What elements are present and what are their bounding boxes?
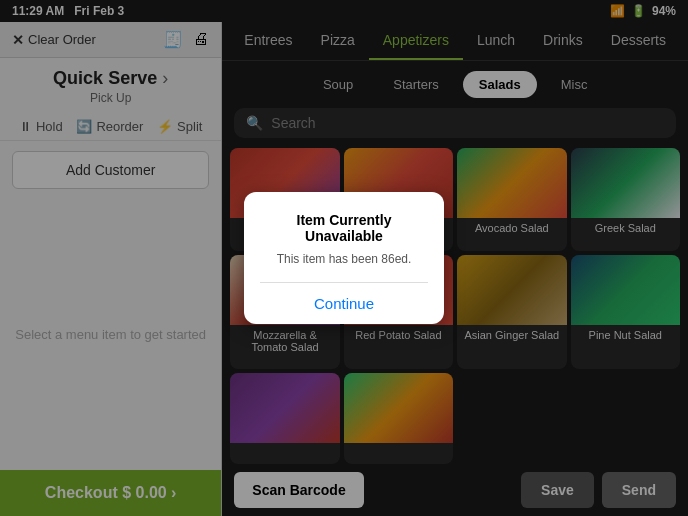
modal-body: This item has been 86ed. — [260, 252, 428, 266]
modal-overlay: Item Currently Unavailable This item has… — [0, 0, 688, 516]
modal-continue-button[interactable]: Continue — [260, 283, 428, 324]
modal-box: Item Currently Unavailable This item has… — [244, 192, 444, 324]
modal-title: Item Currently Unavailable — [260, 212, 428, 244]
